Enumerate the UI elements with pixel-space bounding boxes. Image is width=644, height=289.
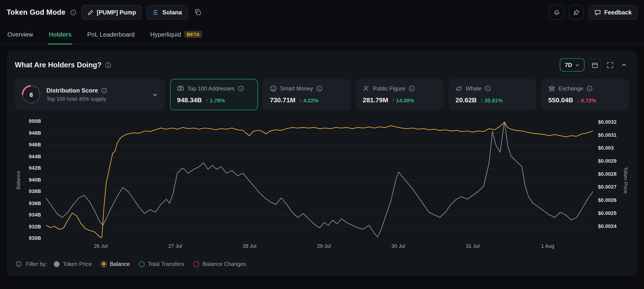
exchange-value: 550.04B	[548, 96, 573, 104]
radio-icon[interactable]	[139, 261, 145, 267]
token-selector-label: [PUMP] Pump	[97, 9, 136, 16]
fullscreen-icon	[607, 62, 614, 68]
distribution-score-card[interactable]: 8 Distribution Score Top 100 hold 40% su…	[15, 79, 165, 110]
x-tick-label: 31 Jul	[466, 243, 480, 249]
info-icon[interactable]	[238, 86, 244, 92]
smart-money-card[interactable]: Smart Money 730.71M ↑ 4.22%	[263, 79, 351, 110]
tab-pnl-leaderboard[interactable]: PnL Leaderboard	[86, 25, 135, 44]
page-title: Token God Mode	[6, 8, 66, 16]
public-figure-icon	[363, 85, 370, 92]
info-icon[interactable]	[16, 261, 22, 267]
distribution-score-ring: 8	[22, 85, 40, 104]
distribution-score-label: Distribution Score	[46, 87, 98, 94]
exchange-change: ↓ 0.72%	[577, 98, 596, 104]
info-icon[interactable]	[409, 86, 415, 92]
chevron-down-icon[interactable]	[152, 91, 158, 98]
tab-overview[interactable]: Overview	[6, 25, 34, 44]
radio-icon[interactable]	[101, 261, 106, 267]
exchange-card[interactable]: Exchange 550.04B ↓ 0.72%	[541, 79, 629, 110]
chain-selector-label: Solana	[162, 9, 182, 16]
right-tick-label: $0.003	[598, 145, 614, 151]
info-icon[interactable]	[70, 9, 76, 16]
left-tick-label: 936B	[29, 200, 41, 206]
filter-option-label: Total Transfers	[148, 261, 184, 267]
left-tick-label: 948B	[29, 130, 41, 136]
top100-addresses-card[interactable]: Top 100 Addresses 948.34B ↑ 1.78%	[170, 79, 258, 110]
right-axis-labels: $0.0032$0.0031$0.003$0.0029$0.0028$0.002…	[593, 122, 622, 239]
filter-option-label: Token Price	[63, 261, 92, 267]
x-tick-label: 28 Jul	[242, 243, 256, 249]
tab-bar: Overview Holders PnL Leaderboard Hyperli…	[0, 25, 644, 44]
info-icon[interactable]	[485, 86, 491, 92]
edit-icon	[87, 9, 94, 16]
solana-icon	[152, 9, 159, 16]
pin-icon	[573, 9, 580, 16]
tab-hyperliquid[interactable]: Hyperliquid BETA	[149, 25, 203, 44]
smart-money-label: Smart Money	[280, 86, 313, 92]
x-tick-label: 1 Aug	[541, 243, 554, 249]
top100-change: ↑ 1.78%	[206, 98, 225, 104]
left-tick-label: 938B	[29, 188, 41, 194]
top100-value: 948.34B	[177, 96, 202, 104]
copy-button[interactable]	[192, 7, 203, 18]
series-balance	[46, 122, 593, 238]
holders-activity-panel: What Are Holders Doing? 7D	[6, 51, 638, 276]
filter-option-label: Balance	[110, 261, 130, 267]
tab-holders[interactable]: Holders	[48, 25, 72, 44]
public-figure-change: ↑ 14.39%	[392, 98, 414, 104]
info-icon[interactable]	[316, 86, 322, 92]
smart-money-change: ↑ 4.22%	[299, 98, 318, 104]
radio-icon[interactable]	[194, 261, 199, 267]
collapse-button[interactable]	[619, 60, 629, 70]
top100-label: Top 100 Addresses	[187, 86, 234, 92]
filter-option-total-transfers[interactable]: Total Transfers	[139, 261, 184, 267]
filter-by-label: Filter by:	[26, 261, 47, 267]
x-tick-label: 27 Jul	[168, 243, 182, 249]
pin-button[interactable]	[569, 5, 584, 20]
right-tick-label: $0.0028	[598, 171, 617, 177]
calendar-button[interactable]	[588, 58, 601, 71]
right-tick-label: $0.0029	[598, 158, 617, 164]
date-range-button[interactable]: 7D	[560, 58, 584, 71]
feedback-label: Feedback	[604, 9, 632, 16]
chat-bubble-icon	[594, 9, 601, 16]
x-tick-label: 30 Jul	[392, 243, 405, 249]
public-figure-value: 281.79M	[363, 96, 388, 104]
watchlist-button[interactable]	[549, 5, 564, 20]
left-tick-label: 940B	[29, 177, 41, 183]
spy-hat-icon	[553, 9, 560, 16]
panel-title: What Are Holders Doing?	[15, 60, 101, 69]
feedback-button[interactable]: Feedback	[588, 5, 638, 20]
filter-option-balance-changes[interactable]: Balance Changes	[194, 261, 246, 267]
right-tick-label: $0.0026	[598, 197, 617, 203]
filter-option-token-price[interactable]: Token Price	[54, 261, 92, 267]
filter-option-balance[interactable]: Balance	[101, 261, 130, 267]
whale-icon	[456, 85, 462, 92]
info-icon[interactable]	[586, 86, 592, 92]
right-tick-label: $0.0032	[598, 119, 617, 125]
token-selector-button[interactable]: [PUMP] Pump	[82, 5, 142, 20]
left-tick-label: 932B	[29, 224, 41, 230]
series-token-price	[46, 122, 593, 237]
info-icon[interactable]	[105, 62, 111, 68]
whale-card[interactable]: Whale 20.62B ↑ 35.81%	[448, 79, 536, 110]
left-axis-labels: 950B948B946B944B942B940B938B936B934B932B…	[22, 122, 46, 239]
smart-money-icon	[270, 85, 277, 92]
left-tick-label: 944B	[29, 153, 41, 159]
chevron-down-icon	[575, 63, 580, 67]
left-tick-label: 930B	[29, 236, 41, 241]
right-tick-label: $0.0027	[598, 184, 617, 190]
chart-plot-area[interactable]: 26 Jul27 Jul28 Jul29 Jul30 Jul31 Jul1 Au…	[46, 122, 593, 239]
banknote-icon	[177, 85, 184, 92]
expand-button[interactable]	[605, 60, 615, 70]
whale-label: Whale	[466, 86, 481, 92]
public-figure-card[interactable]: Public Figure 281.79M ↑ 14.39%	[356, 79, 444, 110]
info-icon[interactable]	[101, 88, 107, 94]
chart-canvas	[46, 122, 593, 239]
radio-icon[interactable]	[54, 261, 60, 267]
holder-category-cards: 8 Distribution Score Top 100 hold 40% su…	[15, 79, 629, 110]
beta-badge: BETA	[184, 31, 202, 38]
chain-selector-button[interactable]: Solana	[147, 5, 188, 20]
left-tick-label: 950B	[29, 118, 41, 124]
filter-option-label: Balance Changes	[202, 261, 246, 267]
